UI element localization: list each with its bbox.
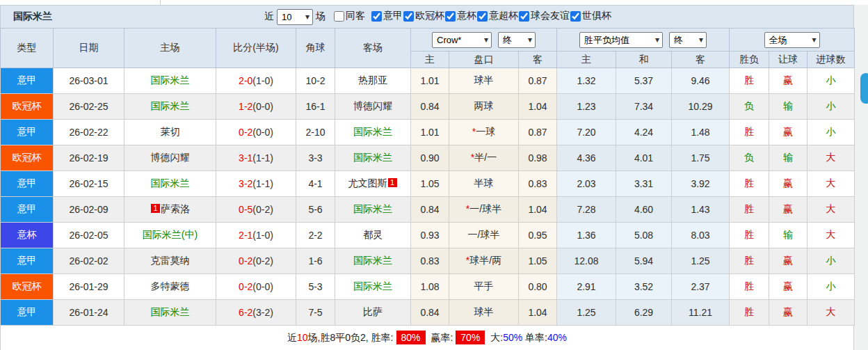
goals-result-cell: 大 [807, 171, 855, 197]
col-header-date: 日期 [54, 29, 124, 68]
handicap-result-cell: 输 [769, 145, 807, 171]
avg-away-cell: 1.75 [672, 145, 730, 171]
checkbox-label: 球会友谊 [531, 10, 570, 22]
score-cell: 3-2(1-1) [216, 171, 296, 197]
filter-checkbox-意甲[interactable]: 意甲 [371, 10, 403, 22]
subcol-avg-away: 客 [672, 51, 730, 68]
score-cell: 1-2(0-0) [216, 94, 296, 120]
match-date-cell: 26-03-01 [54, 68, 124, 94]
subcol-avg-draw: 和 [616, 51, 672, 68]
checkbox-input[interactable] [403, 11, 414, 22]
checkbox-input[interactable] [445, 11, 456, 22]
home-odds-cell: 0.84 [411, 300, 449, 326]
corners-cell: 5-6 [296, 197, 335, 223]
summary-segment: 大: [488, 332, 503, 343]
filter-checkbox-球会友谊[interactable]: 球会友谊 [519, 10, 570, 22]
away-team-cell: 国际米兰 [335, 274, 411, 300]
fulltime-score: 0-2 [239, 127, 252, 138]
team-name: 国际米兰 [353, 152, 392, 163]
home-team-cell: 国际米兰(中) [124, 223, 216, 248]
match-date-cell: 26-01-24 [54, 300, 124, 326]
goals-result-cell: 大 [807, 300, 855, 326]
result-cell: 胜 [730, 223, 769, 248]
away-team-cell: 热那亚 [335, 68, 411, 94]
score-cell: 3-1(1-1) [216, 145, 296, 171]
handicap-cell: 半球 [449, 171, 519, 197]
summary-segment: 50% [503, 332, 522, 343]
filter-checkbox-意杯[interactable]: 意杯 [445, 10, 476, 22]
checkbox-input[interactable] [371, 11, 382, 22]
home-team-cell: 克雷莫纳 [124, 248, 216, 274]
goals-result-cell: 小 [807, 248, 855, 274]
fulltime-score: 3-2 [239, 178, 252, 189]
goals-result-cell: 小 [807, 274, 855, 300]
avg-type-select[interactable]: 胜平负均值 [579, 32, 663, 48]
home-team-cell: 国际米兰 [124, 94, 216, 120]
handicap-result-cell: 赢 [769, 171, 807, 197]
home-odds-cell: 0.90 [411, 145, 449, 171]
handicap-cell: 平手 [449, 274, 519, 300]
odds-company-select-wrap: Crow* [432, 32, 492, 48]
league-badge: 意甲 [1, 300, 54, 326]
match-row: 意甲26-02-091萨索洛0-5(0-2)5-6国际米兰0.84*一/球半1.… [1, 197, 855, 223]
away-odds-cell: 0.83 [519, 171, 557, 197]
halftime-score: (0-0) [252, 281, 273, 292]
checkbox-input[interactable] [334, 11, 344, 22]
result-cell: 胜 [730, 171, 769, 197]
avg-time-select-wrap: 终 [669, 32, 707, 48]
score-cell: 0-2(0-0) [216, 120, 296, 145]
halftime-score: (1-1) [252, 178, 273, 189]
summary-segment: 单率: [522, 332, 547, 343]
odds-time-select[interactable]: 终 [498, 32, 536, 48]
team-name: 都灵 [363, 229, 383, 240]
summary-footer: 近10场,胜8平0负2, 胜率:80% 赢率:70% 大:50% 单率:40% [0, 326, 854, 350]
halftime-score: (0-2) [252, 255, 273, 267]
handicap-cell: *一球 [449, 120, 519, 145]
filter-checkbox-世俱杯[interactable]: 世俱杯 [570, 10, 611, 22]
checkbox-label: 同客 [346, 10, 365, 22]
match-count-select[interactable]: 10 [277, 9, 313, 25]
filter-checkbox-欧冠杯[interactable]: 欧冠杯 [403, 10, 444, 22]
avg-home-cell: 7.28 [557, 197, 616, 223]
filter-checkbox-同客[interactable]: 同客 [334, 10, 365, 22]
matches-table: 类型 日期 主场 比分(半场) 角球 客场 Crow* [0, 28, 855, 326]
summary-segment: 70% [456, 331, 485, 344]
odds-company-select[interactable]: Crow* [432, 32, 492, 48]
goals-result-cell: 小 [807, 68, 855, 94]
corners-cell: 16-1 [296, 94, 335, 120]
avg-draw-cell: 3.52 [616, 274, 672, 300]
strip-divider [160, 0, 161, 5]
match-date-cell: 26-02-05 [54, 223, 124, 248]
scope-select[interactable]: 全场 [764, 32, 820, 48]
match-date-cell: 26-02-02 [54, 248, 124, 274]
team-name: 国际米兰 [151, 74, 190, 86]
avg-time-select[interactable]: 终 [669, 32, 707, 48]
score-cell: 2-0(1-0) [216, 68, 296, 94]
home-odds-cell: 1.01 [411, 68, 449, 94]
score-cell: 0-2(0-2) [216, 248, 296, 274]
avg-draw-cell: 4.24 [616, 120, 672, 145]
team-name: 国际米兰 [151, 100, 190, 111]
goals-result-cell: 小 [807, 94, 855, 120]
subcol-avg-home: 主 [557, 51, 616, 68]
checkbox-input[interactable] [477, 11, 488, 22]
subcol-handicap-result: 让球 [769, 51, 807, 68]
checkbox-input[interactable] [570, 11, 581, 22]
avg-home-cell: 1.23 [557, 94, 616, 120]
scope-select-wrap: 全场 [764, 32, 820, 48]
avg-away-cell: 1.43 [672, 197, 730, 223]
scrollbar-thumb[interactable] [860, 73, 868, 104]
handicap-result-cell: 输 [769, 223, 807, 248]
match-row: 意甲26-02-22莱切0-2(0-0)2-10国际米兰1.01*一球0.877… [1, 120, 855, 145]
result-group-header: 全场 [730, 29, 855, 51]
odds-group-header: Crow* 终 [411, 29, 557, 51]
checkbox-input[interactable] [519, 11, 529, 22]
filter-checkbox-意超杯[interactable]: 意超杯 [477, 10, 518, 22]
avg-home-cell: 2.03 [557, 171, 616, 197]
avg-away-cell: 8.03 [672, 223, 730, 248]
match-date-cell: 26-02-09 [54, 197, 124, 223]
checkbox-label: 意杯 [457, 10, 476, 22]
team-name: 多特蒙德 [151, 280, 190, 292]
home-odds-cell: 1.01 [411, 120, 449, 145]
goals-result-cell: 大 [807, 197, 855, 223]
